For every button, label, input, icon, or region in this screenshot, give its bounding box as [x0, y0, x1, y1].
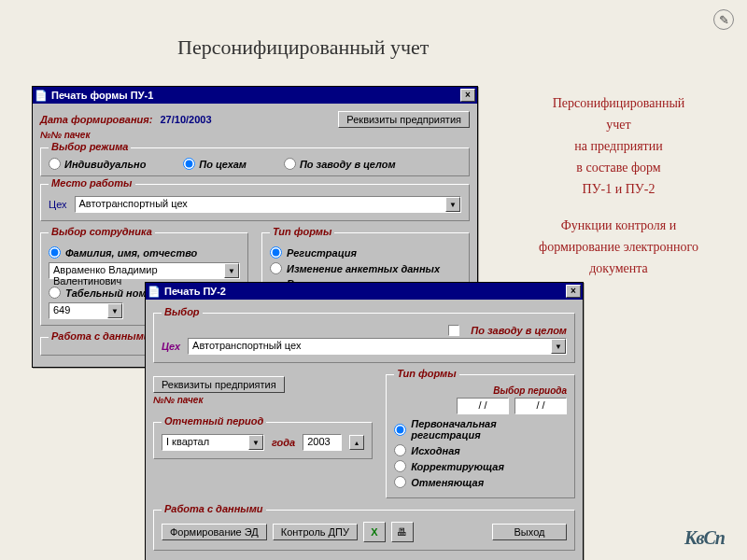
- tabno-select[interactable]: 649 ▼: [49, 302, 123, 319]
- radio-fio[interactable]: Фамилия, имя, отчество: [49, 246, 240, 259]
- input-value: / /: [478, 399, 486, 411]
- close-button[interactable]: ×: [566, 285, 581, 298]
- group-legend: Работа с данными: [49, 330, 153, 342]
- chevron-down-icon[interactable]: ▼: [551, 339, 566, 354]
- group-legend: Выбор сотрудника: [49, 226, 155, 237]
- side-line: учет: [504, 115, 733, 134]
- select-value: Автотранспортный цех: [79, 198, 188, 209]
- checkbox-label: По заводу в целом: [471, 325, 567, 336]
- titlebar[interactable]: 📄 Печать формы ПУ-1 ×: [33, 87, 477, 104]
- side-line: Персонифицированный: [504, 93, 733, 113]
- logo: КвСп: [684, 527, 725, 549]
- radio-label: Регистрация: [287, 247, 357, 259]
- input-value: 2003: [307, 436, 330, 447]
- year-input[interactable]: 2003: [303, 434, 342, 451]
- group-workplace: Место работы Цех Автотранспортный цех ▼: [40, 184, 470, 221]
- chevron-down-icon[interactable]: ▼: [445, 197, 460, 212]
- quarter-select[interactable]: I квартал ▼: [162, 434, 264, 451]
- radio-individual[interactable]: Индивидуально: [49, 158, 146, 170]
- period-select-label: Выбор периода: [493, 385, 567, 396]
- group-legend: Работа с данными: [162, 503, 266, 514]
- radio-label: Исходная: [411, 445, 460, 456]
- input-value: / /: [536, 399, 544, 411]
- shop-label: Цех: [49, 199, 67, 210]
- group-legend: Выбор: [162, 306, 203, 317]
- radio-label: По цехам: [199, 159, 247, 170]
- radio-by-shop[interactable]: По цехам: [183, 158, 247, 170]
- group-legend: Отчетный период: [162, 415, 266, 427]
- side-line: документа: [504, 259, 733, 278]
- packs-label: №№ пачек: [40, 130, 90, 140]
- titlebar[interactable]: 📄 Печать ПУ-2 ×: [146, 283, 583, 300]
- radio-initial-reg[interactable]: Первоначальная регистрация: [394, 418, 567, 441]
- select-value: I квартал: [166, 436, 209, 447]
- system-menu-icon[interactable]: 📄: [148, 285, 161, 298]
- group-mode: Выбор режима Индивидуально По цехам По з…: [40, 147, 470, 176]
- close-button[interactable]: ×: [460, 89, 475, 102]
- shop-select[interactable]: Автотранспортный цех ▼: [188, 338, 567, 355]
- radio-label: По заводу в целом: [300, 159, 396, 170]
- radio-source[interactable]: Исходная: [394, 444, 567, 456]
- group-legend: Тип формы: [270, 226, 334, 237]
- form-ed-button[interactable]: Формирование ЭД: [162, 524, 267, 540]
- select-value: Автотранспортный цех: [192, 340, 301, 351]
- date-label: Дата формирования:: [40, 114, 152, 125]
- date-from-input[interactable]: / /: [457, 398, 509, 414]
- group-legend: Тип формы: [394, 368, 458, 379]
- window-pu2: 📄 Печать ПУ-2 × Выбор По заводу в целом …: [145, 282, 584, 560]
- side-line: на предприятии: [504, 136, 733, 156]
- group-select: Выбор По заводу в целом Цех Автотранспор…: [153, 313, 575, 363]
- group-report-period: Отчетный период I квартал ▼ года 2003 ▴: [153, 422, 373, 459]
- radio-label: Индивидуально: [64, 159, 146, 170]
- packs-label: №№ пачек: [153, 395, 203, 405]
- printer-icon: 🖶: [397, 526, 407, 538]
- requisites-button[interactable]: Реквизиты предприятия: [153, 376, 285, 393]
- radio-cancelling[interactable]: Отменяющая: [394, 476, 567, 488]
- radio-label: Отменяющая: [411, 477, 484, 488]
- side-line: Функции контроля и: [504, 216, 733, 235]
- group-form-type: Тип формы Выбор периода / / / / Первонач…: [386, 374, 575, 498]
- radio-correcting[interactable]: Корректирующая: [394, 460, 567, 472]
- requisites-button[interactable]: Реквизиты предприятия: [338, 111, 470, 128]
- excel-icon: X: [371, 526, 377, 538]
- date-to-input[interactable]: / /: [514, 398, 567, 414]
- corner-badge-icon: ✎: [713, 9, 734, 30]
- control-dpu-button[interactable]: Контроль ДПУ: [273, 524, 358, 540]
- date-value: 27/10/2003: [160, 114, 211, 125]
- chevron-down-icon[interactable]: ▼: [224, 263, 239, 278]
- side-line: в составе форм: [504, 158, 733, 177]
- shop-label: Цех: [162, 341, 180, 352]
- chevron-down-icon[interactable]: ▼: [248, 435, 263, 450]
- side-line: ПУ-1 и ПУ-2: [504, 179, 733, 199]
- radio-label: Первоначальная регистрация: [411, 418, 567, 441]
- spinner-up-icon[interactable]: ▴: [349, 435, 364, 450]
- window-title: Печать формы ПУ-1: [51, 90, 460, 101]
- select-value: Авраменко Владимир Валентинович: [53, 264, 158, 287]
- select-value: 649: [53, 304, 70, 315]
- window-title: Печать ПУ-2: [164, 286, 566, 297]
- group-legend: Место работы: [49, 177, 135, 189]
- radio-label: Фамилия, имя, отчество: [65, 247, 197, 259]
- chevron-down-icon[interactable]: ▼: [107, 303, 122, 318]
- shop-select[interactable]: Автотранспортный цех ▼: [75, 196, 461, 213]
- system-menu-icon[interactable]: 📄: [35, 89, 48, 102]
- radio-registration[interactable]: Регистрация: [270, 246, 461, 259]
- group-work-data: Работа с данными Формирование ЭД Контрол…: [153, 510, 575, 551]
- slide-title: Персонифицированный учет: [177, 35, 429, 60]
- side-description: Персонифицированный учет на предприятии …: [504, 93, 733, 280]
- year-label: года: [272, 437, 295, 448]
- radio-label: Корректирующая: [411, 461, 504, 472]
- print-button[interactable]: 🖶: [391, 522, 414, 542]
- radio-whole-factory[interactable]: По заводу в целом: [284, 158, 396, 170]
- group-legend: Выбор режима: [49, 141, 131, 152]
- side-line: формирование электронного: [504, 237, 733, 257]
- checkbox-whole-factory[interactable]: [448, 325, 459, 336]
- radio-label: Изменение анкетных данных: [287, 263, 440, 274]
- excel-export-button[interactable]: X: [363, 522, 386, 542]
- exit-button[interactable]: Выход: [492, 524, 567, 540]
- fio-select[interactable]: Авраменко Владимир Валентинович ▼: [49, 262, 240, 279]
- radio-change-data[interactable]: Изменение анкетных данных: [270, 262, 461, 274]
